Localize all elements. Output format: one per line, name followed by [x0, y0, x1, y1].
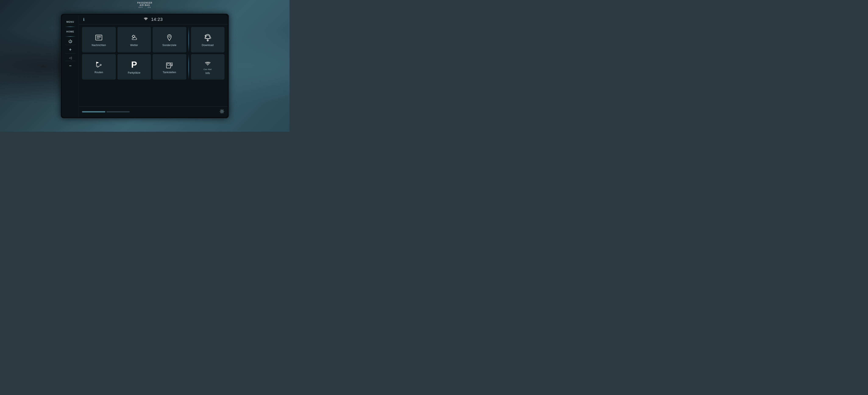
- bottom-tabs: [82, 111, 130, 112]
- nachrichten-label: Nachrichten: [92, 44, 106, 47]
- status-left: ℹ: [83, 17, 85, 22]
- wetter-item[interactable]: Wetter: [117, 27, 151, 52]
- tankstellen-label: Tankstellen: [163, 71, 176, 74]
- svg-line-10: [135, 35, 135, 36]
- parking-icon: P: [131, 60, 137, 69]
- main-content: ℹ 14:23: [79, 15, 228, 117]
- screen-bezel: MENU HOME ⏻ + ◁ − ℹ: [61, 14, 228, 118]
- tankstellen-icon: [165, 61, 174, 69]
- sonderziele-icon: [165, 33, 174, 41]
- sidebar-divider-1: [65, 27, 76, 27]
- grid-row-1: Nachrichten: [82, 27, 224, 52]
- svg-rect-21: [171, 64, 172, 66]
- tankstellen-item[interactable]: Tankstellen: [153, 54, 186, 80]
- grid-separator: [188, 27, 189, 52]
- status-bar: ℹ 14:23: [79, 15, 228, 24]
- airbag-text: PASSENGERAIR BAG: [137, 2, 152, 6]
- nachrichten-icon: [95, 33, 103, 41]
- info-circle-icon: ℹ: [83, 17, 85, 22]
- carnet-text: Car-Net: [204, 68, 212, 70]
- settings-icon[interactable]: [219, 109, 224, 115]
- minus-icon[interactable]: −: [69, 63, 72, 68]
- power-icon[interactable]: ⏻: [68, 39, 72, 44]
- grid-area: Nachrichten: [79, 24, 228, 107]
- screen: MENU HOME ⏻ + ◁ − ℹ: [62, 15, 228, 117]
- status-time: 14:23: [151, 17, 163, 22]
- tab-1[interactable]: [82, 111, 105, 112]
- download-item[interactable]: Download: [191, 27, 225, 52]
- wetter-label: Wetter: [130, 44, 138, 47]
- airbag-label: PASSENGERAIR BAG OFF ON: [137, 2, 152, 8]
- parkplaetze-item[interactable]: P Parkplätze: [117, 54, 151, 80]
- svg-line-9: [132, 35, 133, 36]
- routen-item[interactable]: Routen: [82, 54, 116, 80]
- sonderziele-item[interactable]: Sonderziele: [153, 27, 186, 52]
- wetter-icon: [130, 33, 138, 41]
- info-item[interactable]: Car-Net Info: [191, 54, 225, 80]
- download-icon: [204, 33, 212, 41]
- menu-button[interactable]: MENU: [63, 19, 78, 25]
- sidebar-divider-5: [65, 61, 76, 61]
- info-label: Info: [206, 72, 210, 75]
- airbag-status: OFF ON: [137, 6, 152, 8]
- grid-separator-2: [188, 54, 189, 80]
- download-label: Download: [202, 44, 214, 47]
- routen-icon: [95, 61, 103, 69]
- sonderziele-label: Sonderziele: [162, 44, 177, 47]
- svg-point-22: [221, 111, 223, 112]
- car-interior: PASSENGERAIR BAG OFF ON MENU HOME ⏻ + ◁ …: [0, 0, 289, 132]
- wifi-icon: [144, 18, 148, 22]
- parkplaetze-label: Parkplätze: [128, 71, 141, 74]
- sidebar-divider-2: [65, 36, 76, 37]
- nachrichten-item[interactable]: Nachrichten: [82, 27, 116, 52]
- svg-marker-15: [96, 62, 99, 64]
- tab-2[interactable]: [106, 111, 130, 112]
- svg-point-11: [168, 36, 170, 37]
- svg-rect-0: [96, 35, 102, 40]
- grid-row-2: Routen P Parkplätze: [82, 54, 224, 80]
- volume-icon[interactable]: ◁: [69, 56, 72, 60]
- bottom-bar: [79, 107, 228, 117]
- svg-point-16: [97, 66, 98, 67]
- routen-label: Routen: [95, 71, 103, 74]
- home-button[interactable]: HOME: [63, 28, 78, 35]
- plus-icon[interactable]: +: [69, 47, 72, 52]
- carnet-icon: [204, 60, 212, 68]
- sidebar: MENU HOME ⏻ + ◁ −: [62, 15, 79, 117]
- svg-rect-19: [167, 64, 170, 65]
